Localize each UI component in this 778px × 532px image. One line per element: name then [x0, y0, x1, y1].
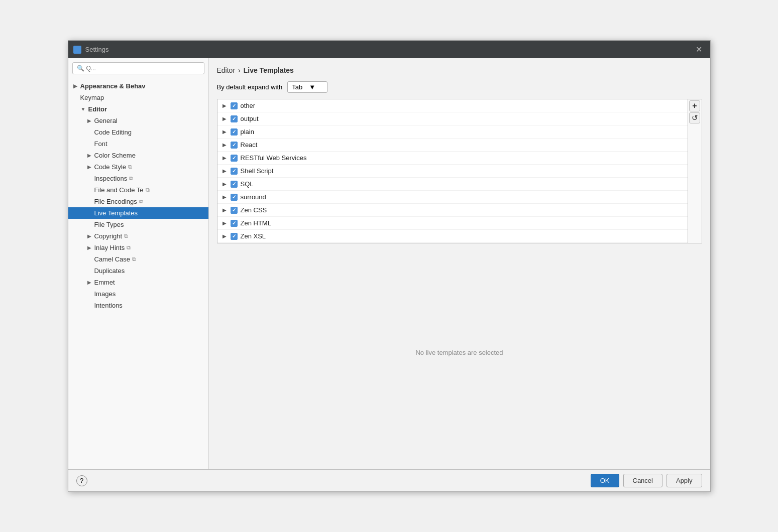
templates-list: ▶ other ▶ output ▶ plain [217, 99, 688, 243]
group-label: Zen HTML [241, 219, 271, 227]
sidebar-item-code-editing[interactable]: ▶ Code Editing [68, 126, 208, 138]
breadcrumb-parent: Editor [217, 66, 236, 74]
sidebar-item-camel-case[interactable]: ▶ Camel Case ⧉ [68, 253, 208, 265]
app-icon [73, 46, 81, 54]
sidebar-item-file-encodings[interactable]: ▶ File Encodings ⧉ [68, 196, 208, 207]
sidebar-item-general[interactable]: ▶ General [68, 115, 208, 126]
template-group-output[interactable]: ▶ output [217, 112, 688, 125]
dropdown-arrow-icon: ▼ [309, 83, 323, 91]
sidebar-item-editor[interactable]: ▼ Editor [68, 103, 208, 115]
sidebar-item-emmet[interactable]: ▶ Emmet [68, 277, 208, 288]
checkbox-zen-css[interactable] [231, 207, 238, 214]
sidebar-item-label: Duplicates [94, 267, 125, 275]
sidebar-item-duplicates[interactable]: ▶ Duplicates [68, 265, 208, 277]
add-button[interactable]: + [689, 100, 700, 111]
dialog-body: 🔍 ▶ Appearance & Behav Keymap ▼ Editor [68, 58, 710, 469]
copy-icon: ⧉ [128, 164, 132, 170]
apply-button[interactable]: Apply [666, 474, 702, 487]
close-button[interactable]: ✕ [693, 44, 705, 55]
chevron-right-icon: ▶ [86, 233, 92, 239]
empty-state: No live templates are selected [217, 243, 702, 461]
sidebar-item-appearance[interactable]: ▶ Appearance & Behav [68, 80, 208, 92]
sidebar-item-intentions[interactable]: ▶ Intentions [68, 300, 208, 311]
sidebar-item-inlay-hints[interactable]: ▶ Inlay Hints ⧉ [68, 242, 208, 253]
sidebar-item-code-style[interactable]: ▶ Code Style ⧉ [68, 161, 208, 173]
checkbox-other[interactable] [231, 102, 238, 109]
sidebar-item-file-and-code-te[interactable]: ▶ File and Code Te ⧉ [68, 184, 208, 196]
chevron-right-icon: ▶ [223, 207, 228, 213]
sidebar-item-images[interactable]: ▶ Images [68, 288, 208, 300]
breadcrumb-current: Live Templates [244, 66, 294, 74]
sidebar-item-file-types[interactable]: ▶ File Types [68, 219, 208, 230]
group-label: surround [241, 193, 266, 201]
checkbox-plain[interactable] [231, 128, 238, 136]
sidebar-item-keymap[interactable]: Keymap [68, 92, 208, 103]
copy-icon: ⧉ [124, 233, 128, 239]
checkbox-surround[interactable] [231, 194, 238, 201]
sidebar-item-font[interactable]: ▶ Font [68, 138, 208, 150]
template-group-sql[interactable]: ▶ SQL [217, 178, 688, 191]
template-group-plain[interactable]: ▶ plain [217, 125, 688, 139]
checkbox-output[interactable] [231, 115, 238, 122]
copy-icon: ⧉ [127, 244, 131, 251]
template-group-zen-html[interactable]: ▶ Zen HTML [217, 217, 688, 230]
templates-panel-wrapper: ▶ other ▶ output ▶ plain [217, 99, 702, 243]
sidebar-item-label: Color Scheme [94, 152, 136, 159]
search-input[interactable] [86, 65, 200, 72]
expand-dropdown[interactable]: Tab ▼ [287, 81, 327, 93]
checkbox-sql[interactable] [231, 181, 238, 188]
sidebar-item-label: Code Editing [94, 128, 132, 136]
sidebar-item-label: Code Style [94, 163, 127, 171]
copy-icon: ⧉ [129, 175, 133, 182]
bottom-bar: ? OK Cancel Apply [68, 469, 710, 491]
sidebar-item-live-templates[interactable]: ▶ Live Templates [68, 207, 208, 219]
checkbox-zen-html[interactable] [231, 220, 238, 227]
group-label: React [241, 141, 258, 149]
search-icon: 🔍 [77, 65, 84, 72]
sidebar-item-label: Camel Case [94, 255, 131, 263]
sidebar-item-label: Live Templates [94, 209, 138, 217]
template-group-react[interactable]: ▶ React [217, 139, 688, 152]
copy-icon: ⧉ [146, 187, 150, 193]
template-group-zen-css[interactable]: ▶ Zen CSS [217, 204, 688, 217]
chevron-right-icon: ▶ [223, 220, 228, 226]
help-button[interactable]: ? [76, 475, 87, 486]
sidebar-item-label: Appearance & Behav [80, 82, 146, 90]
sidebar-item-label: Keymap [80, 94, 104, 101]
checkbox-react[interactable] [231, 142, 238, 149]
expand-label: By default expand with [217, 83, 283, 91]
chevron-right-icon: ▶ [223, 103, 228, 108]
cancel-button[interactable]: Cancel [623, 474, 662, 487]
dialog-title: Settings [85, 46, 109, 53]
template-group-shell[interactable]: ▶ Shell Script [217, 165, 688, 178]
template-group-zen-xsl[interactable]: ▶ Zen XSL [217, 230, 688, 243]
sidebar-item-label: Font [94, 140, 107, 148]
sidebar-item-color-scheme[interactable]: ▶ Color Scheme [68, 150, 208, 161]
copy-icon: ⧉ [139, 198, 143, 205]
search-box[interactable]: 🔍 [72, 62, 204, 74]
settings-dialog: Settings ✕ 🔍 ▶ Appearance & Behav Keymap [68, 40, 711, 492]
sidebar-item-label: File Encodings [94, 198, 137, 205]
checkbox-zen-xsl[interactable] [231, 233, 238, 240]
sidebar-item-label: General [94, 117, 118, 124]
template-group-surround[interactable]: ▶ surround [217, 191, 688, 204]
sidebar-item-label: Editor [88, 105, 107, 113]
checkbox-restful[interactable] [231, 155, 238, 162]
ok-button[interactable]: OK [591, 474, 619, 487]
chevron-right-icon: ▶ [223, 116, 228, 121]
sidebar-item-label: Copyright [94, 232, 123, 240]
breadcrumb: Editor › Live Templates [217, 66, 702, 74]
chevron-right-icon: ▶ [223, 233, 228, 239]
group-label: SQL [241, 180, 254, 188]
template-group-other[interactable]: ▶ other [217, 99, 688, 112]
template-group-restful[interactable]: ▶ RESTful Web Services [217, 152, 688, 165]
sidebar-item-copyright[interactable]: ▶ Copyright ⧉ [68, 230, 208, 242]
copy-icon: ⧉ [132, 256, 136, 262]
checkbox-shell[interactable] [231, 168, 238, 175]
undo-button[interactable]: ↺ [689, 112, 700, 123]
sidebar-item-label: File Types [94, 221, 124, 228]
group-label: Zen XSL [241, 232, 266, 240]
sidebar-item-label: Images [94, 290, 116, 298]
sidebar-item-inspections[interactable]: ▶ Inspections ⧉ [68, 173, 208, 184]
group-label: Shell Script [241, 167, 274, 175]
